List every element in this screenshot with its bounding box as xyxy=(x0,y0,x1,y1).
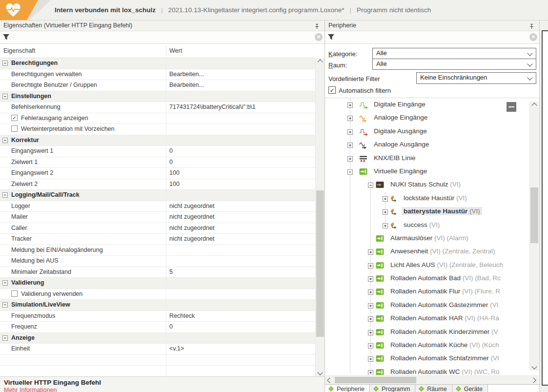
tree-expander-plus-icon[interactable]: + xyxy=(347,143,353,148)
property-row[interactable]: Eingangswert 2100 xyxy=(0,168,315,179)
more-information-link[interactable]: Mehr Informationen xyxy=(4,387,325,392)
tree-item-label[interactable]: Digitale Eingänge xyxy=(372,100,427,108)
clear-filter-icon[interactable]: ✕ xyxy=(315,33,323,41)
property-row[interactable]: Mailernicht zugeordnet xyxy=(0,212,315,223)
tree-item-label[interactable]: Licht Alles AUS (VI) (Zentrale, Beleuch xyxy=(388,261,505,269)
tree-expander-plus-icon[interactable]: + xyxy=(368,289,373,295)
column-header-eigenschaft[interactable]: Eigenschaft xyxy=(3,47,35,54)
property-value[interactable]: nicht zugeordnet xyxy=(169,225,214,231)
auto-filter-checkbox[interactable]: ✓ xyxy=(328,86,336,94)
tree-item-label[interactable]: Rolladen Automatik HAR (VI) (HA-Ra xyxy=(388,314,501,322)
properties-vertical-scrollbar[interactable] xyxy=(315,58,325,376)
tree-item[interactable]: +Rolladen Automatik HAR (VI) (HA-Ra xyxy=(325,312,527,326)
tree-item[interactable]: +KNX/EIB Linie xyxy=(325,152,527,165)
tab-peripherie[interactable]: Peripherie xyxy=(325,385,370,392)
property-value[interactable]: 100 xyxy=(169,169,180,176)
tree-expander-plus-icon[interactable]: + xyxy=(347,129,353,135)
collapse-group-icon[interactable]: − xyxy=(2,94,8,99)
tree-item[interactable]: +Licht Alles AUS (VI) (Zentrale, Beleuch xyxy=(325,259,527,272)
tree-expander-plus-icon[interactable]: + xyxy=(347,116,353,121)
property-value[interactable]: nicht zugeordnet xyxy=(169,203,214,209)
property-value[interactable]: 0 xyxy=(169,159,173,165)
tree-vertical-scrollbar[interactable] xyxy=(529,102,539,371)
collapse-group-icon[interactable]: − xyxy=(2,302,8,308)
property-group-row[interactable]: −Validierung xyxy=(0,278,315,289)
tree-expander-minus-icon[interactable]: − xyxy=(347,169,353,175)
tree-expander-plus-icon[interactable]: + xyxy=(383,223,388,228)
property-row[interactable]: Berechtigte Benutzer / GruppenBearbeiten… xyxy=(0,80,315,91)
tree-expander-plus-icon[interactable]: + xyxy=(368,370,373,375)
tree-item[interactable]: +Rolladen Automatik Schlafzimmer (VI xyxy=(325,352,527,366)
tree-item-label[interactable]: Anwesenheit (VI) (Zentrale, Zentral) xyxy=(388,247,497,255)
column-header-wert[interactable]: Wert xyxy=(169,47,182,54)
scroll-down-icon[interactable] xyxy=(317,370,323,375)
kategorie-select[interactable]: Alle xyxy=(372,48,536,59)
tree-item-label[interactable]: Rolladen Automatik Küche (VI) (Küch xyxy=(388,341,501,349)
property-value[interactable]: 0 xyxy=(169,323,173,330)
clear-filter-icon[interactable]: ✕ xyxy=(529,33,537,41)
tree-horizontal-scrollbar[interactable] xyxy=(325,375,538,384)
collapse-group-icon[interactable]: − xyxy=(2,335,8,341)
tree-item-label[interactable]: Digitale Ausgänge xyxy=(372,127,429,135)
tree-item-label[interactable]: success (VI) xyxy=(402,221,442,229)
property-checkbox[interactable] xyxy=(11,290,18,297)
property-value[interactable]: Bearbeiten... xyxy=(169,71,204,78)
tree-item[interactable]: +lockstate Haustür (VI) xyxy=(325,192,527,206)
tree-expander-plus-icon[interactable]: + xyxy=(368,303,373,309)
scroll-right-icon[interactable] xyxy=(530,377,536,383)
property-row[interactable]: ✓Fehlerausgang anzeigen xyxy=(0,113,315,124)
property-group-row[interactable]: −Korrektur xyxy=(0,135,315,146)
property-value[interactable]: nicht zugeordnet xyxy=(169,213,214,220)
property-group-row[interactable]: −Berechtigungen xyxy=(0,58,315,69)
scroll-left-icon[interactable] xyxy=(327,377,332,383)
collapse-group-icon[interactable]: − xyxy=(2,280,8,286)
collapse-group-icon[interactable]: − xyxy=(2,192,8,198)
tree-item-label[interactable]: lockstate Haustür (VI) xyxy=(402,194,469,202)
property-value[interactable]: <v.1> xyxy=(169,345,184,352)
tree-expander-plus-icon[interactable]: + xyxy=(368,356,373,362)
property-row[interactable] xyxy=(0,355,315,366)
tree-item-label[interactable]: Rolladen Automatik Flur (VI) (Flure, R xyxy=(388,287,502,295)
tree-item[interactable]: +Analoge Eingänge xyxy=(325,112,527,125)
tree-expander-plus-icon[interactable]: + xyxy=(347,103,353,108)
property-row[interactable]: Loggernicht zugeordnet xyxy=(0,201,315,212)
tree-item[interactable]: +Anwesenheit (VI) (Zentrale, Zentral) xyxy=(325,246,527,259)
property-row[interactable]: Frequenz0 xyxy=(0,322,315,333)
property-row[interactable]: FrequenzmodusRechteck xyxy=(0,311,315,322)
tree-item-label[interactable]: batterystate Haustür (VI) xyxy=(402,207,482,215)
tree-item[interactable]: Alarmauslöser (VI) (Alarm) xyxy=(325,232,527,246)
tree-item[interactable]: +Rolladen Automatik Bad (VI) (Bad, Rc xyxy=(325,272,527,286)
tree-item[interactable]: +success (VI) xyxy=(325,219,527,232)
property-row[interactable]: Meldung bei EIN/Analogänderung xyxy=(0,245,315,256)
tree-item-label[interactable]: Analoge Ausgänge xyxy=(372,140,431,148)
property-value[interactable]: nicht zugeordnet xyxy=(169,235,214,242)
tree-item-label[interactable]: NUKI Status Schulz (VI) xyxy=(388,180,463,188)
tab-programm[interactable]: Programm xyxy=(370,385,415,392)
property-group-row[interactable]: −Anzeige xyxy=(0,333,315,344)
tree-item[interactable]: +Analoge Ausgänge xyxy=(325,139,527,152)
property-value[interactable]: 5 xyxy=(169,268,173,275)
property-value[interactable]: Bearbeiten... xyxy=(169,82,204,88)
tree-item[interactable]: +batterystate Haustür (VI) xyxy=(325,206,527,219)
property-row[interactable]: Zielwert 10 xyxy=(0,157,315,168)
tab-r-ume[interactable]: Räume xyxy=(415,385,452,392)
tree-item[interactable]: +Digitale Ausgänge xyxy=(325,125,527,139)
collapse-group-icon[interactable]: − xyxy=(2,138,8,143)
properties-filter-input[interactable] xyxy=(13,32,312,42)
scroll-up-icon[interactable] xyxy=(317,59,323,64)
tree-item-label[interactable]: Rolladen Automatik Kinderzimmer (V xyxy=(388,328,500,336)
column-divider[interactable] xyxy=(166,46,166,56)
property-checkbox[interactable] xyxy=(11,125,18,132)
collapse-all-button[interactable] xyxy=(507,102,516,112)
property-row[interactable]: Validierung verwenden xyxy=(0,289,315,300)
tree-item-label[interactable]: Virtuelle Eingänge xyxy=(372,167,429,175)
property-value[interactable]: 0 xyxy=(169,147,173,154)
tree-item-label[interactable]: Rolladen Automatik Bad (VI) (Bad, Rc xyxy=(388,274,503,282)
tree-item[interactable]: +Rolladen Automatik Gästezimmer (VI xyxy=(325,299,527,312)
tree-expander-plus-icon[interactable]: + xyxy=(368,249,373,255)
scroll-up-icon[interactable] xyxy=(531,103,537,108)
vordefinierte-filter-select[interactable]: Keine Einschränkungen xyxy=(416,72,536,84)
property-group-row[interactable]: −Simulation/LiveView xyxy=(0,300,315,311)
tree-item[interactable]: +Rolladen Automatik WC (VI) (WC, Ro xyxy=(325,366,527,375)
tree-item-label[interactable]: KNX/EIB Linie xyxy=(372,154,418,162)
